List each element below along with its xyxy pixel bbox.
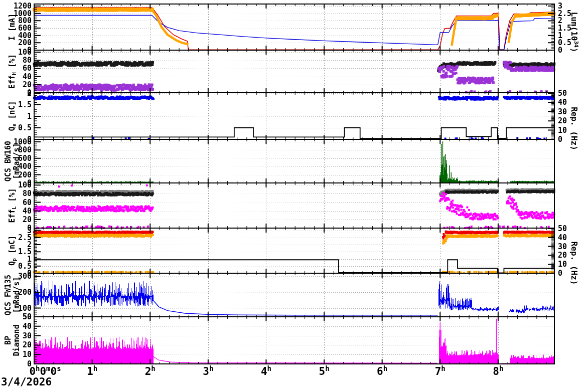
date-label: 3/4/2026 xyxy=(1,376,52,388)
beam-operation-monitor: 3/4/2026 xyxy=(0,0,588,392)
timeseries-chart xyxy=(0,0,588,392)
